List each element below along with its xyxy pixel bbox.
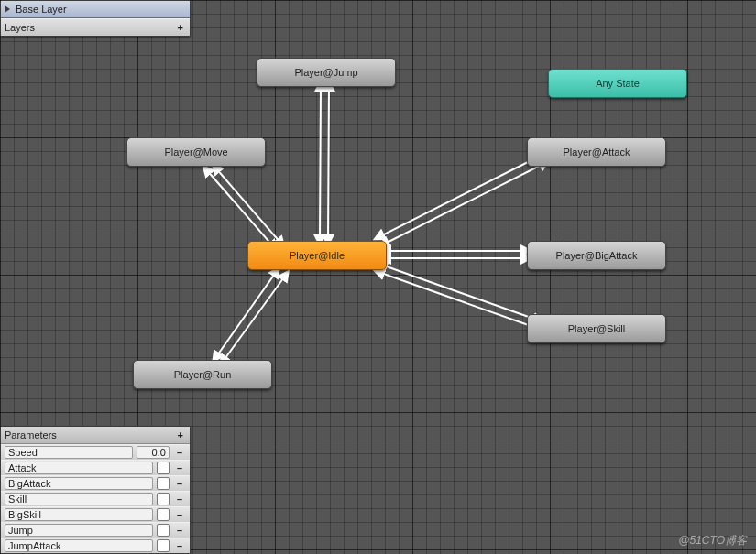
state-any[interactable]: Any State [548, 69, 687, 98]
layers-row: Layers + [1, 18, 190, 36]
parameter-name-field[interactable]: JumpAttack [5, 539, 153, 552]
parameter-row: BigAttack– [1, 475, 190, 491]
parameter-row: Attack– [1, 460, 190, 475]
parameter-value-field[interactable]: 0.0 [137, 446, 170, 459]
parameters-header: Parameters + [1, 427, 190, 444]
parameter-checkbox[interactable] [157, 462, 170, 474]
parameter-name-field[interactable]: Speed [5, 446, 133, 459]
add-parameter-button[interactable]: + [175, 429, 186, 440]
transition-run-idle [215, 271, 277, 358]
parameters-title: Parameters [5, 429, 57, 440]
state-attack[interactable]: Player@Attack [527, 137, 666, 167]
remove-parameter-button[interactable]: – [173, 478, 186, 489]
remove-parameter-button[interactable]: – [173, 494, 186, 505]
state-run[interactable]: Player@Run [133, 360, 272, 389]
remove-parameter-button[interactable]: – [173, 462, 186, 473]
parameter-row: BigSkill– [1, 506, 190, 522]
transition-idle-jump [320, 85, 321, 241]
play-icon [5, 5, 10, 13]
parameter-row: Jump– [1, 522, 190, 538]
remove-parameter-button[interactable]: – [173, 525, 186, 536]
parameter-name-field[interactable]: Jump [5, 524, 153, 537]
parameter-name-field[interactable]: Skill [5, 493, 153, 505]
parameter-row: JumpAttack– [1, 538, 190, 553]
parameter-name-field[interactable]: Attack [5, 462, 153, 474]
transition-idle-run [223, 275, 286, 362]
remove-parameter-button[interactable]: – [173, 447, 186, 458]
parameter-name-field[interactable]: BigSkill [5, 508, 153, 521]
state-jump[interactable]: Player@Jump [257, 58, 396, 87]
remove-parameter-button[interactable]: – [173, 509, 186, 520]
parameter-checkbox[interactable] [157, 508, 170, 521]
state-idle[interactable]: Player@Idle [247, 241, 387, 270]
transition-idle-attack [383, 163, 545, 244]
transition-jump-idle [328, 85, 329, 241]
parameter-name-field[interactable]: BigAttack [5, 477, 153, 490]
base-layer-label: Base Layer [16, 4, 67, 15]
layers-label: Layers [5, 22, 35, 33]
state-move[interactable]: Player@Move [126, 137, 266, 167]
state-bigattack[interactable]: Player@BigAttack [527, 241, 666, 270]
remove-parameter-button[interactable]: – [173, 540, 186, 551]
transition-attack-idle [378, 156, 541, 237]
transition-idle-skill [381, 265, 539, 320]
transition-move-idle [206, 169, 274, 247]
parameters-panel: Parameters + Speed0.0–Attack–BigAttack–S… [0, 426, 191, 554]
transition-skill-idle [378, 272, 536, 328]
parameter-row: Speed0.0– [1, 444, 190, 460]
parameter-checkbox[interactable] [157, 524, 170, 537]
parameter-row: Skill– [1, 491, 190, 506]
transition-idle-move [215, 168, 281, 244]
state-skill[interactable]: Player@Skill [527, 314, 666, 343]
add-layer-button[interactable]: + [175, 22, 186, 33]
watermark: @51CTO博客 [678, 533, 747, 549]
layers-panel: Base Layer Layers + [0, 0, 191, 37]
base-layer-tab[interactable]: Base Layer [1, 1, 190, 18]
parameter-checkbox[interactable] [157, 477, 170, 490]
parameter-checkbox[interactable] [157, 493, 170, 505]
parameter-checkbox[interactable] [157, 539, 170, 552]
